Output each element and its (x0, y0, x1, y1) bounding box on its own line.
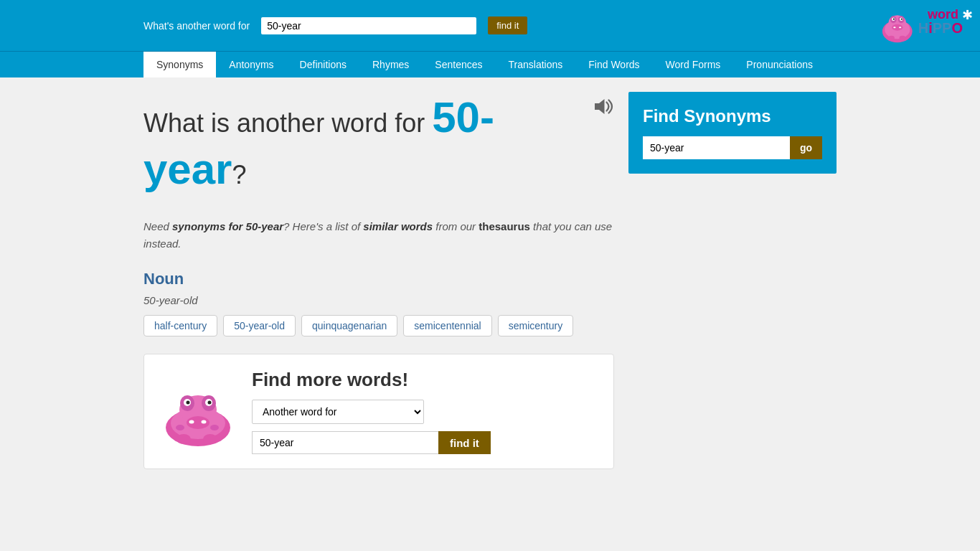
sound-icon (593, 98, 614, 116)
description: Need synonyms for 50-year? Here's a list… (143, 218, 614, 253)
syn-for-text: synonyms for 50-year (172, 220, 283, 232)
find-synonyms-box: Find Synonyms go (628, 92, 837, 174)
nav-rhymes[interactable]: Rhymes (359, 52, 422, 77)
svg-point-2 (888, 36, 895, 41)
thesaurus-text: thesaurus (479, 220, 530, 232)
nav-find-words[interactable]: Find Words (575, 52, 652, 77)
svg-point-27 (189, 420, 194, 423)
page-title: What is another word for 50-year? (143, 92, 583, 195)
svg-point-3 (900, 36, 906, 41)
tag-quinquagenarian[interactable]: quinquagenarian (301, 315, 397, 336)
svg-marker-14 (595, 99, 605, 114)
find-more-title: Find more words! (252, 369, 599, 391)
top-bar-label: What's another word for (0, 20, 250, 32)
left-content: What is another word for 50-year? Need s… (143, 92, 614, 469)
similar-words-text: similar words (363, 220, 433, 232)
svg-point-29 (176, 425, 184, 430)
find-more-select[interactable]: Another word for Antonym for Definition … (252, 400, 424, 424)
tag-semicentury[interactable]: semicentury (498, 315, 573, 336)
find-more-row: find it (252, 431, 599, 454)
svg-point-30 (210, 425, 219, 430)
top-search-input[interactable] (261, 17, 476, 34)
logo-hippo-icon (880, 6, 919, 45)
tag-half-century[interactable]: half-century (143, 315, 217, 336)
svg-point-25 (208, 400, 212, 404)
svg-point-13 (899, 27, 901, 28)
find-more-input[interactable] (252, 431, 438, 454)
nav-pronunciations[interactable]: Pronunciations (733, 52, 826, 77)
nav-translations[interactable]: Translations (496, 52, 576, 77)
logo-area: word HiPPO (880, 6, 966, 45)
find-it-button[interactable]: find it (438, 431, 491, 454)
svg-point-10 (901, 19, 903, 20)
find-more-content: Find more words! Another word for Antony… (252, 369, 599, 454)
nav-bar: Synonyms Antonyms Definitions Rhymes Sen… (0, 51, 980, 77)
go-button[interactable]: go (790, 136, 822, 159)
hippo-image (159, 376, 237, 448)
svg-point-12 (893, 27, 895, 28)
top-bar: What's another word for find it word HiP… (0, 0, 980, 51)
svg-point-24 (187, 400, 190, 404)
nav-word-forms[interactable]: Word Forms (653, 52, 734, 77)
title-suffix: ? (232, 160, 246, 189)
noun-sub: 50-year-old (143, 294, 614, 306)
tag-50-year-old[interactable]: 50-year-old (223, 315, 296, 336)
find-more-hippo-icon (159, 376, 237, 448)
nav-definitions[interactable]: Definitions (287, 52, 359, 77)
synonym-search-input[interactable] (643, 136, 790, 159)
nav-antonyms[interactable]: Antonyms (216, 52, 286, 77)
main-content: What is another word for 50-year? Need s… (0, 77, 980, 484)
svg-point-28 (202, 420, 207, 423)
right-sidebar: Find Synonyms go (628, 92, 837, 469)
noun-heading: Noun (143, 270, 614, 288)
find-synonyms-title: Find Synonyms (643, 106, 822, 126)
tag-semicentennial[interactable]: semicentennial (403, 315, 491, 336)
svg-point-18 (203, 434, 217, 444)
synonym-search-row: go (643, 136, 822, 159)
find-more-box: Find more words! Another word for Antony… (143, 354, 614, 469)
svg-point-9 (893, 19, 895, 20)
synonym-tags: half-century 50-year-old quinquagenarian… (143, 315, 614, 336)
nav-synonyms[interactable]: Synonyms (143, 52, 216, 77)
sound-icon-area[interactable] (593, 98, 614, 118)
top-find-button[interactable]: find it (488, 17, 527, 34)
svg-point-17 (176, 434, 191, 444)
settings-icon[interactable]: ✱ (962, 7, 973, 23)
nav-sentences[interactable]: Sentences (422, 52, 495, 77)
noun-section: Noun 50-year-old half-century 50-year-ol… (143, 270, 614, 336)
